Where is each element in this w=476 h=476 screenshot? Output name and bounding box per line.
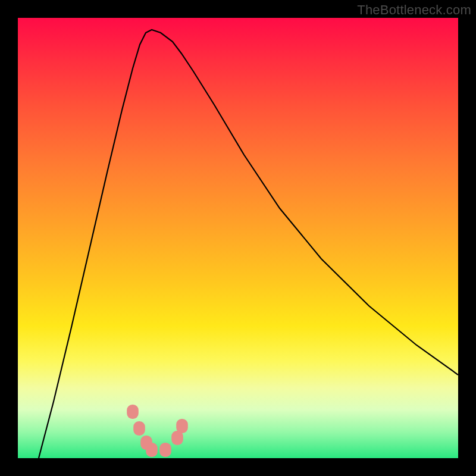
curve-marker-1 <box>133 421 145 436</box>
curve-marker-0 <box>127 405 139 419</box>
watermark-label: TheBottleneck.com <box>357 2 471 18</box>
curve-marker-6 <box>176 419 188 433</box>
chart-svg <box>18 18 458 458</box>
curve-marker-3 <box>146 443 158 457</box>
bottleneck-curve <box>39 30 458 458</box>
marker-group <box>127 405 188 457</box>
chart-plot-area <box>18 18 458 458</box>
curve-marker-4 <box>159 443 171 457</box>
